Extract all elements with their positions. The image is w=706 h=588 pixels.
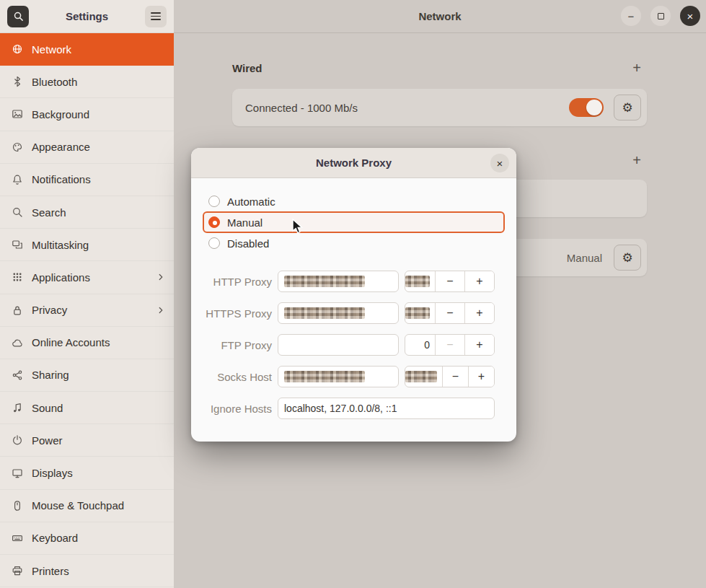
wired-heading: Wired (232, 62, 262, 74)
proxy-option-automatic[interactable]: Automatic (203, 191, 505, 211)
http-port-spinner: − + (405, 271, 495, 292)
http-proxy-row: HTTP Proxy − + (203, 271, 505, 292)
socks-host-input[interactable] (278, 366, 399, 387)
minimize-button[interactable]: − (621, 6, 641, 26)
option-label: Automatic (227, 196, 275, 208)
decrement-button[interactable]: − (442, 367, 468, 387)
dialog-headerbar: Network Proxy × (191, 148, 516, 178)
keyboard-icon (12, 532, 23, 544)
background-icon (12, 108, 23, 120)
increment-button[interactable]: + (468, 367, 494, 387)
proxy-settings-button[interactable]: ⚙ (614, 245, 641, 271)
field-label: HTTPS Proxy (203, 307, 272, 320)
sidebar-list: Network Bluetooth Background Appearance … (0, 33, 174, 587)
sidebar-item-printers[interactable]: Printers (0, 555, 174, 587)
decrement-button: − (435, 335, 464, 355)
redacted-value (405, 276, 430, 287)
cloud-icon (12, 337, 23, 348)
increment-button[interactable]: + (464, 335, 494, 355)
field-label: FTP Proxy (203, 339, 272, 351)
sidebar-item-privacy[interactable]: Privacy (0, 294, 174, 327)
sidebar-item-label: Network (32, 43, 167, 56)
redacted-value (284, 371, 365, 382)
proxy-form: HTTP Proxy − + HTTPS Proxy − + FTP Pro (203, 271, 505, 419)
decrement-button[interactable]: − (435, 303, 464, 323)
mouse-icon (12, 500, 23, 512)
sidebar-item-power[interactable]: Power (0, 424, 174, 457)
ignore-hosts-value: localhost, 127.0.0.0/8, ::1 (284, 403, 397, 414)
sidebar-item-notifications[interactable]: Notifications (0, 164, 174, 196)
sidebar-item-background[interactable]: Background (0, 98, 174, 131)
sidebar-item-search[interactable]: Search (0, 196, 174, 229)
sidebar-item-label: Multitasking (32, 239, 167, 251)
sidebar-item-label: Power (32, 434, 167, 447)
sidebar-item-appearance[interactable]: Appearance (0, 131, 174, 164)
ftp-proxy-row: FTP Proxy 0 − + (203, 334, 505, 356)
wired-connection-row[interactable]: Connected - 1000 Mb/s ⚙ (232, 89, 647, 126)
sidebar-item-displays[interactable]: Displays (0, 457, 174, 489)
sidebar-header: Settings (0, 0, 174, 33)
bluetooth-icon (12, 76, 23, 87)
https-port-spinner: − + (405, 302, 495, 324)
ftp-proxy-input[interactable] (278, 334, 399, 356)
sidebar-item-label: Bluetooth (32, 76, 167, 88)
proxy-option-manual[interactable]: Manual (203, 211, 505, 233)
sidebar-item-label: Sharing (32, 369, 167, 381)
multitasking-icon (12, 239, 23, 250)
dialog-title: Network Proxy (316, 157, 392, 169)
http-proxy-input[interactable] (278, 271, 399, 292)
search-icon (13, 11, 24, 22)
sidebar-item-sound[interactable]: Sound (0, 392, 174, 424)
sidebar-item-multitasking[interactable]: Multitasking (0, 229, 174, 261)
close-button[interactable]: × (680, 6, 700, 26)
gear-icon: ⚙ (622, 102, 632, 114)
sidebar-item-bluetooth[interactable]: Bluetooth (0, 66, 174, 98)
increment-button[interactable]: + (464, 303, 494, 323)
spinner-value[interactable] (405, 367, 442, 387)
music-note-icon (12, 402, 23, 413)
add-section-button[interactable]: + (627, 152, 647, 169)
sidebar-item-applications[interactable]: Applications (0, 261, 174, 294)
close-icon: × (497, 157, 503, 170)
spinner-value[interactable]: 0 (405, 335, 435, 355)
ignore-hosts-input[interactable]: localhost, 127.0.0.0/8, ::1 (278, 398, 495, 419)
dialog-close-button[interactable]: × (490, 154, 509, 172)
decrement-button[interactable]: − (435, 271, 464, 291)
sidebar-item-keyboard[interactable]: Keyboard (0, 522, 174, 555)
magnifier-icon (12, 206, 23, 218)
proxy-mode-value: Manual (567, 252, 602, 264)
redacted-value (405, 307, 430, 319)
dialog-body: Automatic Manual Disabled HTTP Proxy − +… (191, 178, 516, 419)
sidebar-item-label: Search (32, 206, 167, 219)
increment-button[interactable]: + (464, 271, 494, 291)
sidebar-item-label: Sound (32, 402, 167, 414)
proxy-option-disabled[interactable]: Disabled (203, 233, 505, 253)
sidebar-item-network[interactable]: Network (0, 33, 174, 66)
sidebar-item-sharing[interactable]: Sharing (0, 359, 174, 392)
maximize-icon (658, 13, 664, 19)
add-wired-connection-button[interactable]: + (627, 59, 647, 76)
menu-button[interactable] (145, 6, 167, 27)
wired-settings-button[interactable]: ⚙ (614, 95, 641, 120)
sidebar-item-label: Background (32, 108, 167, 120)
radio-checked-icon (208, 216, 220, 228)
wired-toggle[interactable] (569, 98, 604, 117)
sidebar-item-label: Printers (32, 565, 167, 577)
toggle-knob (586, 100, 602, 115)
spinner-value[interactable] (405, 303, 435, 323)
search-button[interactable] (7, 6, 29, 27)
field-label: Socks Host (203, 371, 272, 383)
wired-section-header: Wired + (232, 59, 647, 76)
sidebar-item-online-accounts[interactable]: Online Accounts (0, 327, 174, 359)
sidebar-item-label: Applications (32, 271, 146, 284)
sidebar: Settings Network Bluetooth Background Ap… (0, 0, 174, 588)
field-label: Ignore Hosts (203, 403, 272, 415)
sidebar-item-mouse-touchpad[interactable]: Mouse & Touchpad (0, 490, 174, 522)
https-proxy-input[interactable] (278, 302, 399, 324)
appearance-icon (12, 141, 23, 153)
sidebar-item-label: Displays (32, 467, 167, 479)
maximize-button[interactable] (650, 6, 671, 26)
gear-icon: ⚙ (622, 252, 632, 264)
https-proxy-row: HTTPS Proxy − + (203, 302, 505, 324)
spinner-value[interactable] (405, 271, 435, 291)
